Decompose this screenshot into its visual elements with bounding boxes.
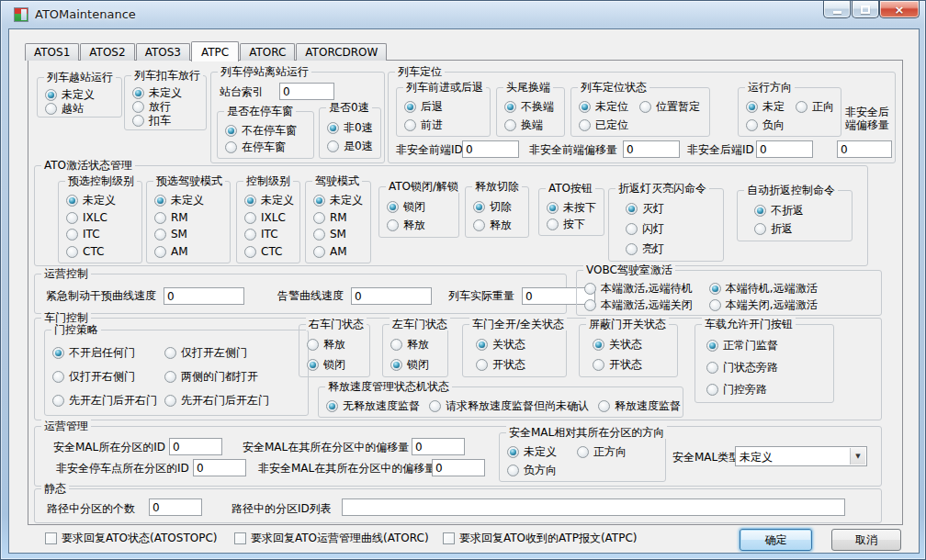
radio-option[interactable]: 释放 bbox=[390, 338, 446, 352]
maximize-button[interactable] bbox=[852, 1, 879, 18]
radio-option[interactable]: 正向 bbox=[796, 100, 834, 114]
radio-option[interactable]: 锁闭 bbox=[387, 200, 457, 214]
platform-index-field[interactable] bbox=[279, 83, 334, 100]
radio-option[interactable]: AM bbox=[313, 245, 368, 259]
radio-option[interactable]: 不开启任何门 bbox=[52, 346, 157, 360]
radio-option[interactable]: 非0速 bbox=[327, 121, 378, 135]
radio-option[interactable]: SM bbox=[313, 228, 368, 241]
radio-option[interactable]: 关状态 bbox=[476, 338, 564, 352]
radio-option[interactable]: 未定义 bbox=[45, 88, 119, 102]
close-button[interactable]: × bbox=[879, 1, 920, 18]
radio-option[interactable]: 换端 bbox=[504, 118, 562, 132]
radio-option[interactable]: 仅打开右侧门 bbox=[52, 370, 157, 384]
radio-option[interactable]: ITC bbox=[66, 228, 140, 241]
radio-option[interactable]: 仅打开左侧门 bbox=[164, 346, 269, 360]
safe-mal-zone-id-field[interactable] bbox=[169, 438, 222, 455]
unsafe-rear-id-field[interactable] bbox=[756, 140, 813, 158]
radio-option[interactable]: RM bbox=[154, 211, 228, 225]
radio-option[interactable]: 正常门监督 bbox=[706, 339, 831, 353]
radio-option[interactable]: 关状态 bbox=[593, 338, 675, 352]
minimize-button[interactable] bbox=[823, 1, 851, 18]
radio-option[interactable]: 开状态 bbox=[476, 358, 564, 372]
tab-atorc[interactable]: ATORC bbox=[240, 43, 295, 61]
radio-option[interactable]: 负方向 bbox=[507, 464, 557, 477]
radio-option[interactable]: 未定义 bbox=[507, 445, 557, 459]
tab-atpc[interactable]: ATPC bbox=[191, 41, 239, 62]
radio-option[interactable]: 闪灯 bbox=[626, 222, 721, 236]
radio-option[interactable]: 在停车窗 bbox=[225, 140, 311, 154]
radio-option[interactable]: 释放速度监督 bbox=[598, 399, 681, 413]
radio-option[interactable]: CTC bbox=[66, 245, 140, 259]
radio-option[interactable]: 放行 bbox=[132, 100, 204, 114]
radio-option[interactable]: 未定 bbox=[746, 100, 785, 114]
tab-atos2[interactable]: ATOS2 bbox=[80, 43, 134, 61]
radio-option[interactable]: CTC bbox=[244, 245, 298, 259]
path-zone-count-field[interactable] bbox=[149, 498, 202, 516]
tab-atos1[interactable]: ATOS1 bbox=[25, 43, 79, 61]
cancel-button[interactable]: 取消 bbox=[831, 529, 901, 551]
alarm-curve-speed-field[interactable] bbox=[351, 287, 432, 305]
radio-option[interactable]: 不换端 bbox=[504, 100, 562, 114]
radio-option[interactable]: 门控旁路 bbox=[706, 383, 831, 397]
unsafe-front-id-field[interactable] bbox=[462, 140, 519, 158]
radio-option[interactable]: 本端待机,远端激活 bbox=[709, 282, 818, 296]
radio-option[interactable]: 未定义 bbox=[154, 194, 228, 207]
radio-option[interactable]: 两侧的门都打开 bbox=[164, 370, 269, 384]
radio-option[interactable]: 本端激活,远端关闭 bbox=[584, 298, 693, 312]
checkbox-reply-atpc[interactable]: 要求回复ATO收到的ATP报文(ATPC) bbox=[443, 531, 637, 546]
radio-option[interactable]: 锁闭 bbox=[307, 358, 367, 372]
radio-option[interactable]: 锁闭 bbox=[390, 358, 446, 372]
emergency-brake-speed-field[interactable] bbox=[164, 287, 244, 305]
radio-option[interactable]: 开状态 bbox=[593, 358, 675, 372]
radio-option[interactable]: ITC bbox=[244, 228, 298, 241]
radio-option[interactable]: 越站 bbox=[45, 102, 119, 116]
radio-option[interactable]: 不折返 bbox=[754, 204, 850, 218]
radio-option[interactable]: 未定义 bbox=[313, 194, 368, 207]
unsafe-mal-offset-field[interactable] bbox=[432, 459, 485, 476]
ok-button[interactable]: 确定 bbox=[740, 529, 812, 551]
tab-atorcdrow[interactable]: ATORCDROW bbox=[296, 43, 387, 61]
radio-option[interactable]: 先开右门后开左门 bbox=[164, 394, 269, 408]
radio-option[interactable]: RM bbox=[313, 211, 368, 225]
radio-option[interactable]: SM bbox=[154, 228, 228, 241]
radio-option[interactable]: IXLC bbox=[66, 211, 140, 225]
radio-option[interactable]: 未按下 bbox=[547, 201, 602, 215]
radio-option[interactable]: 请求释放速度监督但尚未确认 bbox=[429, 399, 589, 413]
safe-mal-type-combobox[interactable]: 未定义 ▼ bbox=[735, 446, 867, 466]
radio-option[interactable]: 未定位 bbox=[579, 100, 628, 114]
radio-option[interactable]: 先开左门后开右门 bbox=[52, 394, 157, 408]
radio-option[interactable]: 本端关闭,远端激活 bbox=[709, 298, 818, 312]
checkbox-reply-ato-status[interactable]: 要求回复ATO状态(ATOSTOPC) bbox=[45, 531, 217, 546]
path-zone-id-list-field[interactable] bbox=[342, 498, 845, 516]
unsafe-rear-offset-field[interactable] bbox=[837, 140, 892, 158]
radio-option[interactable]: 未定义 bbox=[244, 194, 298, 207]
chevron-down-icon[interactable]: ▼ bbox=[850, 448, 865, 465]
radio-option[interactable]: 不在停车窗 bbox=[225, 124, 311, 138]
safe-mal-offset-field[interactable] bbox=[412, 438, 465, 455]
radio-option[interactable]: 位置暂定 bbox=[639, 100, 700, 114]
radio-option[interactable]: 已定位 bbox=[579, 118, 628, 132]
tab-atos3[interactable]: ATOS3 bbox=[136, 43, 190, 61]
radio-option[interactable]: 切除 bbox=[473, 200, 526, 214]
radio-option[interactable]: 本端激活,远端待机 bbox=[584, 282, 693, 296]
checkbox-reply-atorc[interactable]: 要求回复ATO运营管理曲线(ATORC) bbox=[234, 531, 429, 546]
radio-option[interactable]: 无释放速度监督 bbox=[326, 399, 420, 413]
radio-option[interactable]: 亮灯 bbox=[626, 242, 721, 256]
radio-option[interactable]: 按下 bbox=[547, 218, 602, 231]
radio-option[interactable]: 释放 bbox=[473, 218, 526, 232]
radio-option[interactable]: 正方向 bbox=[577, 445, 627, 459]
radio-option[interactable]: 灭灯 bbox=[626, 202, 721, 216]
radio-option[interactable]: 后退 bbox=[404, 100, 488, 114]
radio-option[interactable]: IXLC bbox=[244, 211, 298, 225]
radio-option[interactable]: 是0速 bbox=[327, 140, 378, 153]
radio-option[interactable]: 负向 bbox=[746, 118, 785, 132]
radio-option[interactable]: 未定义 bbox=[66, 194, 140, 207]
unsafe-stop-zone-id-field[interactable] bbox=[193, 459, 246, 476]
radio-option[interactable]: 折返 bbox=[754, 222, 850, 236]
unsafe-front-offset-field[interactable] bbox=[623, 140, 680, 158]
radio-option[interactable]: 未定义 bbox=[132, 86, 204, 100]
radio-option[interactable]: 门状态旁路 bbox=[706, 361, 831, 375]
radio-option[interactable]: 释放 bbox=[307, 338, 367, 352]
radio-option[interactable]: 前进 bbox=[404, 118, 488, 132]
radio-option[interactable]: AM bbox=[154, 245, 228, 259]
